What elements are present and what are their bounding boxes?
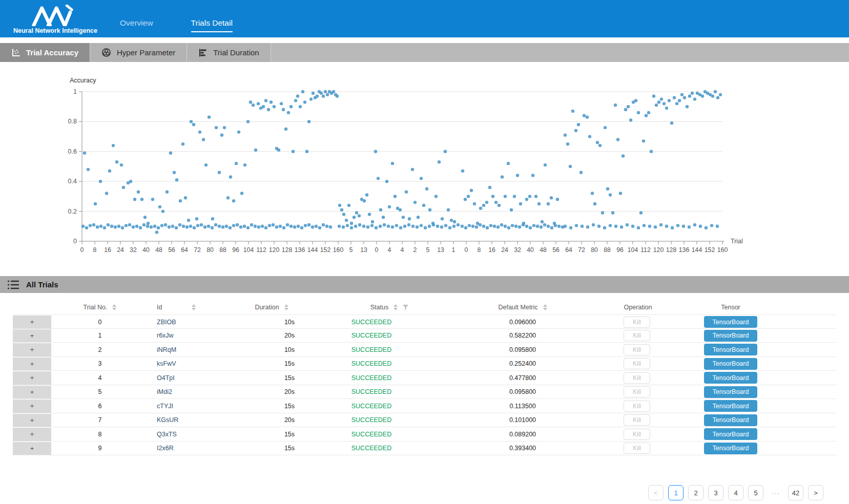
scatter-point[interactable] [239,225,242,228]
scatter-point[interactable] [569,226,572,229]
scatter-point[interactable] [229,175,232,178]
nav-overview[interactable]: Overview [117,18,156,32]
scatter-point[interactable] [264,99,267,102]
scatter-point[interactable] [137,190,140,193]
scatter-point[interactable] [388,205,391,208]
scatter-point[interactable] [303,100,306,103]
scatter-point[interactable] [382,216,385,219]
scatter-point[interactable] [268,224,271,227]
scatter-point[interactable] [286,223,289,226]
scatter-point[interactable] [96,225,99,228]
scatter-point[interactable] [235,162,238,165]
scatter-point[interactable] [226,196,230,199]
scatter-point[interactable] [710,224,713,227]
scatter-point[interactable] [92,223,95,226]
scatter-point[interactable] [569,165,572,168]
scatter-point[interactable] [365,193,368,196]
scatter-point[interactable] [342,213,345,216]
scatter-point[interactable] [528,195,531,198]
scatter-point[interactable] [642,139,645,142]
scatter-point[interactable] [645,114,648,117]
scatter-point[interactable] [531,174,534,177]
scatter-point[interactable] [347,204,350,207]
scatter-point[interactable] [619,192,622,195]
scatter-point[interactable] [301,90,304,93]
scatter-point[interactable] [169,152,172,155]
scatter-point[interactable] [252,103,255,107]
scatter-point[interactable] [518,225,521,228]
scatter-point[interactable] [355,211,358,214]
scatter-point[interactable] [424,226,427,229]
scatter-point[interactable] [223,126,226,129]
scatter-point[interactable] [311,225,314,228]
scatter-point[interactable] [249,100,252,103]
scatter-point[interactable] [110,225,113,228]
scatter-point[interactable] [158,205,161,208]
scatter-point[interactable] [693,223,696,226]
scatter-point[interactable] [452,225,455,228]
scatter-point[interactable] [597,225,600,228]
scatter-point[interactable] [470,189,473,192]
scatter-point[interactable] [296,95,299,98]
scatter-point[interactable] [254,225,257,228]
scatter-point[interactable] [500,223,503,226]
scatter-point[interactable] [434,195,438,198]
scatter-point[interactable] [650,150,653,153]
scatter-point[interactable] [309,97,313,100]
scatter-point[interactable] [448,226,451,229]
scatter-point[interactable] [476,222,479,225]
scatter-point[interactable] [425,187,428,191]
scatter-point[interactable] [362,225,365,228]
scatter-point[interactable] [282,108,285,111]
kill-button[interactable]: Kill [624,386,650,397]
scatter-point[interactable] [507,226,510,229]
scatter-point[interactable] [534,195,537,198]
scatter-point[interactable] [564,133,567,136]
scatter-point[interactable] [211,226,214,229]
scatter-point[interactable] [609,224,612,227]
scatter-point[interactable] [467,195,470,198]
scatter-point[interactable] [300,226,303,229]
sort-trial-no[interactable] [112,304,116,310]
scatter-point[interactable] [441,217,444,220]
scatter-point[interactable] [289,105,293,108]
scatter-point[interactable] [164,223,167,226]
tensorboard-button[interactable]: TensorBoard [704,428,757,440]
scatter-point[interactable] [420,177,423,180]
tensorboard-button[interactable]: TensorBoard [704,330,757,342]
scatter-point[interactable] [246,120,250,123]
scatter-point[interactable] [236,223,239,226]
scatter-point[interactable] [254,149,257,152]
expand-row-button[interactable]: + [13,414,51,427]
tab-trial-duration[interactable]: Trial Duration [187,43,271,62]
next-page-button[interactable]: > [808,485,823,500]
scatter-point[interactable] [486,226,489,229]
scatter-point[interactable] [627,105,630,108]
scatter-point[interactable] [195,217,198,220]
scatter-point[interactable] [428,225,431,228]
scatter-point[interactable] [132,225,135,228]
scatter-point[interactable] [350,226,353,229]
scatter-point[interactable] [504,195,507,198]
scatter-point[interactable] [711,95,714,98]
scatter-point[interactable] [624,108,627,111]
scatter-point[interactable] [693,97,696,100]
scatter-point[interactable] [525,225,528,228]
scatter-point[interactable] [237,131,240,134]
scatter-point[interactable] [405,190,408,193]
scatter-point[interactable] [173,171,176,174]
scatter-point[interactable] [408,217,411,220]
scatter-point[interactable] [482,225,485,228]
scatter-point[interactable] [371,220,374,223]
scatter-point[interactable] [403,225,406,228]
scatter-point[interactable] [304,224,307,227]
scatter-point[interactable] [243,225,246,228]
scatter-point[interactable] [468,224,471,227]
sort-id[interactable] [192,304,196,310]
scatter-point[interactable] [411,225,415,228]
scatter-point[interactable] [182,225,185,228]
scatter-point[interactable] [519,202,522,205]
scatter-point[interactable] [322,95,325,98]
expand-row-button[interactable]: + [13,343,51,356]
scatter-point[interactable] [665,107,668,110]
